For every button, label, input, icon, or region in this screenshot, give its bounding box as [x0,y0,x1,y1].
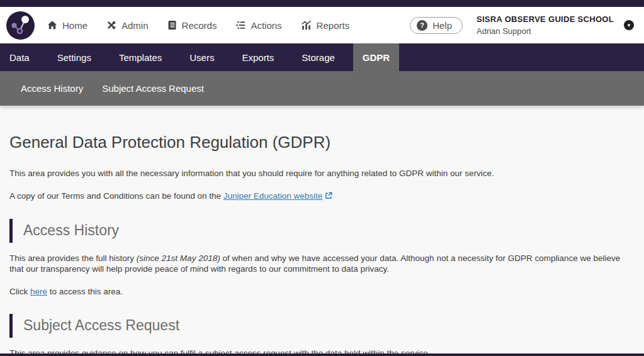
tab-gdpr[interactable]: GDPR [353,43,399,71]
tasks-icon [235,20,246,30]
terms-paragraph: A copy of our Terms and Conditions can b… [9,191,625,203]
subnav-item-access-history[interactable]: Access History [11,83,93,94]
nav-item-records[interactable]: Records [167,20,217,31]
nav-item-admin[interactable]: Admin [106,20,149,31]
tab-storage[interactable]: Storage [292,43,344,71]
tab-settings[interactable]: Settings [48,43,101,71]
module-tab-bar: Data Settings Templates Users Exports St… [0,43,644,71]
juniper-education-website-link-label: Juniper Education website [223,191,323,201]
nav-item-label: Home [62,20,88,31]
access-history-here-link[interactable]: here [30,287,47,296]
external-link-icon [325,192,332,203]
nav-item-label: Records [182,20,217,31]
nav-item-actions[interactable]: Actions [235,20,281,31]
question-icon: ? [417,20,427,31]
page-title: General Data Protection Regulation (GDPR… [9,133,625,152]
section-heading-access-history: Access History [9,219,625,242]
tab-data[interactable]: Data [0,43,39,71]
intro-paragraph: This area provides you with all the nece… [9,169,625,179]
top-accent-strip [0,0,644,7]
tab-templates[interactable]: Templates [110,43,171,71]
tools-icon [106,20,116,30]
tab-exports[interactable]: Exports [232,43,283,71]
school-name: SISRA OBSERVE GUIDE SCHOOL [477,14,614,24]
click-here-paragraph: Click here to access this area. [9,287,625,298]
nav-item-reports[interactable]: Reports [301,20,350,31]
gdpr-subnav: Access History Subject Access Request [0,71,644,106]
access-history-text-before: This area provides the full history [9,253,137,263]
sisra-observe-logo-icon [6,11,35,40]
book-icon [167,20,177,30]
main-content: General Data Protection Regulation (GDPR… [0,106,644,356]
section-heading-subject-access-request: Subject Access Request [9,314,625,337]
help-button[interactable]: ? Help [410,17,463,34]
subnav-item-subject-access-request[interactable]: Subject Access Request [93,83,213,94]
app-header: Home Admin Records [0,7,644,43]
app-logo[interactable] [6,11,35,40]
nav-item-label: Reports [317,20,350,31]
nav-item-home[interactable]: Home [47,20,88,31]
juniper-education-website-link[interactable]: Juniper Education website [223,191,333,201]
help-button-label: Help [432,20,452,31]
header-right: ? Help SISRA OBSERVE GUIDE SCHOOL Adrian… [410,14,634,36]
main-nav: Home Admin Records [47,20,368,31]
account-info[interactable]: SISRA OBSERVE GUIDE SCHOOL Adrian Suppor… [477,14,614,36]
chart-icon [301,20,312,30]
terms-text: A copy of our Terms and Conditions can b… [9,191,223,201]
nav-item-label: Admin [121,20,149,31]
tab-users[interactable]: Users [180,43,223,71]
account-menu-caret-icon[interactable]: ▾ [624,20,634,30]
access-history-paragraph: This area provides the full history (sin… [9,253,625,275]
footer-accent-strip [0,353,644,356]
click-suffix: to access this area. [47,287,123,296]
nav-item-label: Actions [251,20,281,31]
user-name: Adrian Support [477,26,614,36]
access-history-date: (since 21st May 2018) [137,253,220,263]
page: Home Admin Records [0,0,644,356]
click-prefix: Click [9,287,30,296]
home-icon [47,20,57,30]
